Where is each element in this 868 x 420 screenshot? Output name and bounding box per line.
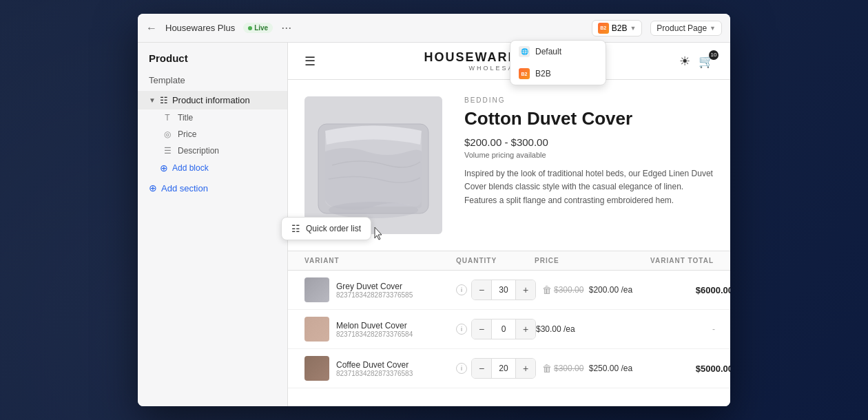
qty-stepper-melon[interactable]: − +	[471, 319, 536, 339]
title-label: Title	[178, 113, 193, 123]
col-price: PRICE	[535, 257, 617, 264]
store-name: Housewares Plus	[165, 23, 235, 33]
original-price-grey: $300.00	[554, 285, 583, 295]
quick-order-label: Quick order list	[306, 224, 361, 233]
dropdown-default-label: Default	[535, 47, 561, 56]
variant-sku-melon: 82371834282873376584	[336, 330, 413, 338]
volume-pricing-label: Volume pricing available	[464, 151, 714, 159]
back-button[interactable]: ←	[146, 22, 157, 34]
trash-icon-coffee[interactable]: 🗑	[540, 361, 554, 375]
dropdown-item-b2b[interactable]: B2 B2B	[510, 63, 606, 85]
add-section-label: Add section	[161, 183, 208, 193]
table-row: Grey Duvet Cover 82371834282873376585 i …	[288, 271, 730, 310]
sidebar-item-price[interactable]: ◎ Price	[143, 126, 287, 143]
sidebar: Product Template ▼ ☷ Product information…	[138, 43, 288, 406]
qty-cell-melon: i − +	[456, 319, 536, 339]
variant-cell-coffee: Coffee Duvet Cover 82371834282873376583	[304, 356, 456, 381]
main-content: Product Template ▼ ☷ Product information…	[138, 43, 730, 406]
live-badge: Live	[243, 23, 273, 33]
page-label: Product Page	[657, 23, 707, 33]
template-label: Template	[149, 75, 185, 85]
header-icons: ☀ 🛒 10	[679, 54, 714, 69]
hamburger-icon[interactable]: ☰	[304, 54, 316, 69]
quick-order-list-icon: ☷	[291, 223, 300, 234]
more-options-button[interactable]: ···	[281, 21, 291, 35]
product-title: Cotton Duvet Cover	[464, 108, 714, 129]
qty-input-grey[interactable]	[491, 280, 516, 300]
add-block-circle-icon: ⊕	[160, 162, 168, 174]
add-block-button[interactable]: ⊕ Add block	[143, 159, 287, 177]
sidebar-item-description[interactable]: ☰ Description	[143, 143, 287, 159]
order-table: VARIANT QUANTITY PRICE VARIANT TOTAL Gre…	[288, 251, 730, 388]
variant-sku-grey: 82371834282873376585	[336, 291, 413, 299]
price-label: Price	[178, 129, 196, 139]
b2b-icon: B2	[598, 23, 609, 34]
trash-icon-grey[interactable]: 🗑	[540, 283, 554, 297]
b2b-chevron-icon: ▼	[630, 25, 636, 32]
price-cell-coffee: $300.00 $250.00 /ea	[554, 364, 637, 373]
sidebar-product-header: Product	[138, 43, 287, 70]
variant-name-coffee: Coffee Duvet Cover	[336, 360, 413, 370]
qty-increase-melon[interactable]: +	[516, 319, 535, 339]
qty-info-icon-melon[interactable]: i	[456, 324, 467, 335]
original-price-coffee: $300.00	[554, 364, 583, 373]
globe-icon: 🌐	[519, 46, 530, 57]
qty-decrease-grey[interactable]: −	[472, 280, 491, 300]
sidebar-group-product-info[interactable]: ▼ ☷ Product information	[138, 91, 287, 109]
col-quantity: QUANTITY	[456, 257, 535, 264]
top-bar: ← Housewares Plus Live ··· B2 B2B ▼ Prod…	[138, 14, 730, 43]
product-info-label: Product information	[172, 95, 250, 105]
product-description: Inspired by the look of traditional hote…	[464, 167, 714, 207]
variant-thumb-coffee	[304, 356, 329, 381]
add-block-label: Add block	[172, 163, 209, 173]
price-cell-grey: $300.00 $200.00 /ea	[554, 285, 637, 295]
qty-increase-grey[interactable]: +	[516, 280, 535, 300]
qty-input-coffee[interactable]	[491, 359, 516, 378]
page-chevron-icon: ▼	[710, 25, 716, 32]
b2b-selector[interactable]: B2 B2B ▼	[592, 20, 643, 36]
add-section-circle-icon: ⊕	[149, 182, 157, 193]
variant-thumb-grey	[304, 277, 329, 302]
table-row: Melon Duvet Cover 82371834282873376584 i…	[288, 310, 730, 349]
user-icon[interactable]: ☀	[679, 54, 690, 69]
table-header: VARIANT QUANTITY PRICE VARIANT TOTAL	[288, 251, 730, 271]
total-cell-melon: -	[619, 324, 715, 334]
qty-input-melon[interactable]	[491, 319, 516, 339]
add-section-button[interactable]: ⊕ Add section	[138, 177, 287, 199]
variant-name-melon: Melon Duvet Cover	[336, 321, 413, 330]
variant-name-grey: Grey Duvet Cover	[336, 282, 413, 291]
qty-decrease-melon[interactable]: −	[472, 319, 491, 339]
qty-stepper-grey[interactable]: − +	[471, 280, 536, 300]
col-variant: VARIANT	[304, 257, 456, 264]
total-cell-grey: $6000.00	[637, 285, 730, 295]
sidebar-item-template[interactable]: Template	[138, 70, 287, 91]
quick-order-popup: ☷ Quick order list	[281, 217, 371, 240]
dropdown-b2b-label: B2B	[535, 69, 551, 78]
current-price-grey: $200.00 /ea	[589, 285, 632, 295]
current-price-coffee: $250.00 /ea	[589, 364, 632, 373]
product-category: BEDDING	[464, 96, 714, 104]
total-cell-coffee: $5000.00	[637, 364, 730, 374]
sub-items: T Title ◎ Price ☰ Description ⊕ Add bloc…	[138, 109, 287, 177]
qty-info-icon[interactable]: i	[456, 284, 467, 295]
product-price: $200.00 - $300.00	[464, 136, 714, 148]
dropdown-item-default[interactable]: 🌐 Default	[510, 41, 606, 63]
cart-icon[interactable]: 🛒 10	[699, 54, 714, 69]
qty-cell-grey: i − + 🗑	[456, 280, 554, 300]
variant-cell-grey: Grey Duvet Cover 82371834282873376585	[304, 277, 456, 302]
qty-decrease-coffee[interactable]: −	[472, 359, 491, 378]
sidebar-item-title[interactable]: T Title	[143, 109, 287, 126]
qty-increase-coffee[interactable]: +	[516, 359, 535, 378]
b2b-dropdown: 🌐 Default B2 B2B	[510, 40, 606, 85]
page-selector[interactable]: Product Page ▼	[650, 21, 722, 36]
variant-cell-melon: Melon Duvet Cover 82371834282873376584	[304, 317, 456, 342]
b2b-dropdown-icon: B2	[519, 68, 530, 79]
chevron-down-icon: ▼	[149, 96, 156, 104]
product-details: BEDDING Cotton Duvet Cover $200.00 - $30…	[464, 96, 714, 234]
qty-cell-coffee: i − + 🗑	[456, 358, 554, 379]
current-price-melon: $30.00 /ea	[536, 324, 575, 334]
text-icon: T	[163, 113, 172, 123]
price-cell-melon: $30.00 /ea	[536, 324, 619, 334]
qty-stepper-coffee[interactable]: − +	[471, 358, 536, 379]
qty-info-icon-coffee[interactable]: i	[456, 363, 467, 374]
